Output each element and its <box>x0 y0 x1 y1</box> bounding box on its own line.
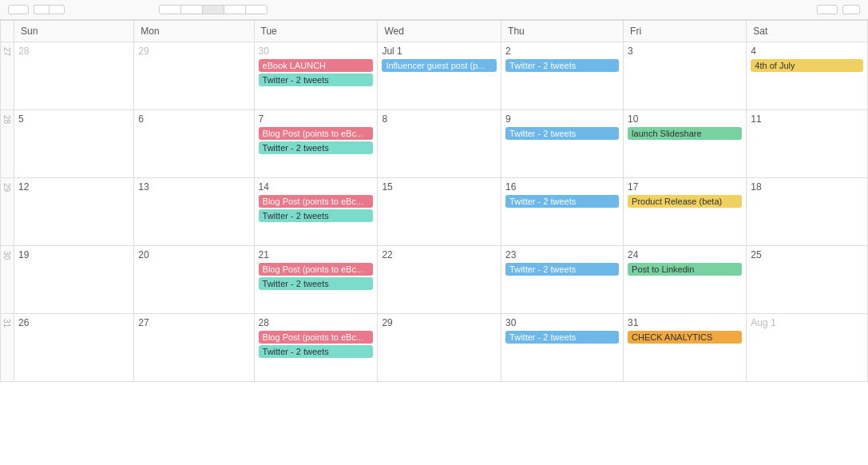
week-view-button[interactable] <box>181 6 203 14</box>
day-number: 13 <box>138 181 249 193</box>
day-header-tue: Tue <box>254 21 378 42</box>
calendar-day[interactable]: 6 <box>134 110 254 178</box>
calendar-day[interactable]: 15 <box>378 178 501 246</box>
calendar-event[interactable]: launch Slideshare <box>628 127 742 140</box>
calendar-day[interactable]: 2Twitter - 2 tweets <box>501 42 624 110</box>
calendar-day[interactable]: 9Twitter - 2 tweets <box>501 110 624 178</box>
calendar-event[interactable]: Influencer guest post (p... <box>382 59 497 72</box>
calendar-day[interactable]: 24Post to Linkedin <box>624 246 747 314</box>
calendar-day[interactable]: 23Twitter - 2 tweets <box>501 246 624 314</box>
day-number: 2 <box>505 46 619 57</box>
toolbar <box>0 0 868 20</box>
day-number: 28 <box>18 46 129 57</box>
day-number: 8 <box>382 113 497 125</box>
calendar-event[interactable]: Twitter - 2 tweets <box>259 209 374 222</box>
calendar-event[interactable]: Twitter - 2 tweets <box>259 141 374 154</box>
calendar-event[interactable]: Twitter - 2 tweets <box>505 331 619 344</box>
day-number: 17 <box>628 181 742 193</box>
calendar-day[interactable]: 5 <box>14 110 134 178</box>
nav-buttons <box>34 5 65 14</box>
day-number: Jul 1 <box>382 46 497 57</box>
month-view-button[interactable] <box>203 6 224 14</box>
settings-button[interactable] <box>842 5 860 14</box>
toolbar-right <box>817 5 860 14</box>
day-number: 28 <box>259 317 374 328</box>
calendar-event[interactable]: Twitter - 2 tweets <box>259 74 374 86</box>
calendar-day[interactable]: 31CHECK ANALYTICS <box>624 314 747 382</box>
calendar-day[interactable]: 19 <box>14 246 134 314</box>
day-number: 7 <box>259 113 374 125</box>
day-number: 14 <box>259 181 374 193</box>
calendar-day[interactable]: 20 <box>134 246 254 314</box>
calendar-event[interactable]: CHECK ANALYTICS <box>628 331 742 344</box>
calendar-event[interactable]: 4th of July <box>751 59 863 72</box>
agenda-view-button[interactable] <box>246 6 267 14</box>
day-view-button[interactable] <box>160 6 181 14</box>
calendar-day[interactable]: 30Twitter - 2 tweets <box>501 314 624 382</box>
week-number: 28 <box>1 110 14 178</box>
calendar-day[interactable]: 12 <box>14 178 134 246</box>
day-number: 31 <box>628 317 742 328</box>
day-number: 9 <box>505 113 619 125</box>
day-number: 12 <box>18 181 129 193</box>
calendar-day[interactable]: 7Blog Post (points to eBc...Twitter - 2 … <box>254 110 378 178</box>
calendar-day[interactable]: 44th of July <box>747 42 868 110</box>
calendar-day[interactable]: 13 <box>134 178 254 246</box>
calendar-event[interactable]: Product Release (beta) <box>628 195 742 208</box>
calendar-day[interactable]: 29 <box>378 314 501 382</box>
calendar-day[interactable]: 11 <box>747 110 868 178</box>
calendar-day[interactable]: 14Blog Post (points to eBc...Twitter - 2… <box>254 178 378 246</box>
calendar-event[interactable]: Blog Post (points to eBc... <box>259 263 374 276</box>
calendar-day[interactable]: 18 <box>747 178 868 246</box>
day-number: 18 <box>751 181 863 193</box>
calendar-day[interactable]: 3 <box>624 42 747 110</box>
day-number: 16 <box>505 181 619 193</box>
calendar-event[interactable]: eBook LAUNCH <box>259 59 374 72</box>
calendar-event[interactable]: Post to Linkedin <box>628 263 742 276</box>
day-header-sat: Sat <box>747 21 868 42</box>
week-number: 30 <box>1 246 14 314</box>
more-button[interactable] <box>817 5 838 14</box>
calendar-day[interactable]: 22 <box>378 246 501 314</box>
day-number: 10 <box>628 113 742 125</box>
calendar-event[interactable]: Twitter - 2 tweets <box>505 127 619 140</box>
calendar-day[interactable]: 21Blog Post (points to eBc...Twitter - 2… <box>254 246 378 314</box>
next-button[interactable] <box>49 5 65 14</box>
day-number: Aug 1 <box>751 317 863 328</box>
calendar-event[interactable]: Twitter - 2 tweets <box>259 277 374 290</box>
day-number: 19 <box>18 249 129 260</box>
today-button[interactable] <box>8 5 29 14</box>
calendar-day[interactable]: Jul 1Influencer guest post (p... <box>378 42 501 110</box>
week-number: 29 <box>1 178 14 246</box>
day-number: 11 <box>751 113 863 125</box>
calendar-event[interactable]: Twitter - 2 tweets <box>259 345 374 358</box>
calendar-day[interactable]: 30eBook LAUNCHTwitter - 2 tweets <box>254 42 378 110</box>
calendar-day[interactable]: 17Product Release (beta) <box>624 178 747 246</box>
calendar-day[interactable]: 28 <box>14 42 134 110</box>
calendar-day[interactable]: 8 <box>378 110 501 178</box>
day-header-fri: Fri <box>624 21 747 42</box>
calendar-day[interactable]: 29 <box>134 42 254 110</box>
calendar-day[interactable]: Aug 1 <box>747 314 868 382</box>
calendar-day[interactable]: 25 <box>747 246 868 314</box>
prev-button[interactable] <box>34 5 49 14</box>
day-number: 5 <box>18 113 129 125</box>
day-number: 27 <box>138 317 249 328</box>
calendar-event[interactable]: Blog Post (points to eBc... <box>259 127 374 140</box>
week-number: 27 <box>1 42 14 110</box>
day-number: 29 <box>382 317 497 328</box>
four-days-view-button[interactable] <box>224 6 246 14</box>
calendar-event[interactable]: Twitter - 2 tweets <box>505 59 619 72</box>
calendar-day[interactable]: 10launch Slideshare <box>624 110 747 178</box>
calendar-event[interactable]: Blog Post (points to eBc... <box>259 195 374 208</box>
day-number: 15 <box>382 181 497 193</box>
calendar-day[interactable]: 26 <box>14 314 134 382</box>
calendar-week-row: 31262728Blog Post (points to eBc...Twitt… <box>1 314 868 382</box>
day-number: 3 <box>628 46 742 57</box>
calendar-day[interactable]: 28Blog Post (points to eBc...Twitter - 2… <box>254 314 378 382</box>
calendar-day[interactable]: 16Twitter - 2 tweets <box>501 178 624 246</box>
calendar-day[interactable]: 27 <box>134 314 254 382</box>
calendar-event[interactable]: Twitter - 2 tweets <box>505 195 619 208</box>
calendar-event[interactable]: Blog Post (points to eBc... <box>259 331 374 344</box>
calendar-event[interactable]: Twitter - 2 tweets <box>505 263 619 276</box>
